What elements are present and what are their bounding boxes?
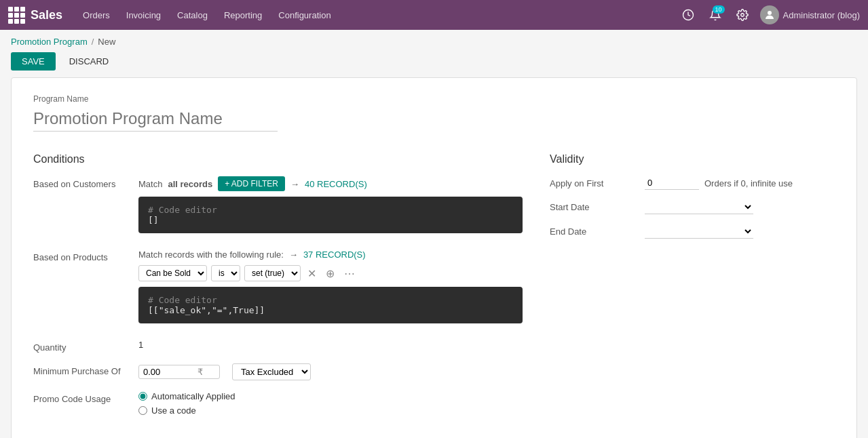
products-condition-content: Match records with the following rule: →… xyxy=(138,250,523,329)
filter-more-btn[interactable]: ⋯ xyxy=(341,266,358,281)
tax-select[interactable]: Tax Excluded Tax Included xyxy=(232,363,311,380)
code-editor-customers: # Code editor [] xyxy=(138,197,523,233)
match-prefix: Match xyxy=(138,179,162,189)
promo-auto-label: Automatically Applied xyxy=(151,391,235,401)
customers-condition-content: Match all records + ADD FILTER → 40 RECO… xyxy=(138,176,523,239)
start-date-select[interactable] xyxy=(645,199,753,214)
start-date-label: Start Date xyxy=(550,202,645,212)
breadcrumb-separator: / xyxy=(92,37,94,47)
settings-icon-btn[interactable] xyxy=(733,5,752,24)
program-name-label: Program Name xyxy=(33,94,835,104)
form-columns: Conditions Based on Customers Match all … xyxy=(33,153,835,426)
apply-first-input[interactable]: 0 xyxy=(645,176,699,190)
notification-icon-btn[interactable]: 10 xyxy=(706,5,725,24)
arrow-icon-customers: → xyxy=(290,179,299,189)
promo-code-radio[interactable] xyxy=(138,406,147,415)
end-date-row: End Date xyxy=(550,224,835,239)
match-rule-text: Match records with the following rule: xyxy=(138,250,284,260)
customers-condition-label: Based on Customers xyxy=(33,176,138,189)
purchase-input[interactable]: 0.00 xyxy=(143,367,197,377)
orders-suffix: Orders if 0, infinite use xyxy=(704,178,793,188)
all-records-text: all records xyxy=(168,179,212,189)
currency-symbol: ₹ xyxy=(197,367,203,377)
breadcrumb-parent[interactable]: Promotion Program xyxy=(11,37,88,47)
code-content-2: [["sale_ok","=",True]] xyxy=(148,305,513,315)
conditions-section: Conditions Based on Customers Match all … xyxy=(33,153,523,426)
records-count-customers[interactable]: 40 RECORD(S) xyxy=(305,179,367,189)
records-count-products[interactable]: 37 RECORD(S) xyxy=(303,250,366,260)
code-comment-1: # Code editor xyxy=(148,205,513,215)
nav-configuration[interactable]: Configuration xyxy=(271,6,337,24)
main-form: Program Name Conditions Based on Custome… xyxy=(11,77,857,438)
code-content-1: [] xyxy=(148,215,513,225)
filter-condition-row: Can be Sold is set (true) ✕ ⊕ ⋯ xyxy=(138,265,523,281)
filter-add-btn[interactable]: ⊕ xyxy=(323,266,337,281)
arrow-icon-products: → xyxy=(289,250,298,260)
nav-catalog[interactable]: Catalog xyxy=(170,6,214,24)
end-date-label: End Date xyxy=(550,226,645,237)
quantity-value: 1 xyxy=(138,340,143,350)
notification-badge: 10 xyxy=(713,5,725,14)
filter-field-select[interactable]: Can be Sold xyxy=(138,265,207,281)
discard-button[interactable]: DISCARD xyxy=(61,52,117,71)
promo-code-label: Promo Code Usage xyxy=(33,391,138,404)
products-condition-label: Based on Products xyxy=(33,250,138,262)
user-avatar xyxy=(760,5,779,24)
filter-val-select[interactable]: set (true) xyxy=(244,265,301,281)
svg-point-2 xyxy=(768,11,772,15)
nav-orders[interactable]: Orders xyxy=(76,6,117,24)
nav-reporting[interactable]: Reporting xyxy=(217,6,269,24)
products-condition-row: Based on Products Match records with the… xyxy=(33,250,523,329)
end-date-select[interactable] xyxy=(645,224,753,239)
quantity-label: Quantity xyxy=(33,340,138,353)
customers-filter-row: Match all records + ADD FILTER → 40 RECO… xyxy=(138,176,523,191)
breadcrumb-current: New xyxy=(98,37,115,47)
filter-delete-btn[interactable]: ✕ xyxy=(305,266,319,281)
app-brand[interactable]: Sales xyxy=(8,7,62,24)
min-purchase-label: Minimum Purchase Of xyxy=(33,363,138,376)
promo-auto-option[interactable]: Automatically Applied xyxy=(138,391,523,401)
apply-first-label: Apply on First xyxy=(550,178,645,188)
validity-title: Validity xyxy=(550,153,835,165)
user-label: Administrator (blog) xyxy=(783,10,860,20)
promo-auto-radio[interactable] xyxy=(138,392,147,401)
conditions-title: Conditions xyxy=(33,153,523,165)
navbar-right: 10 Administrator (blog) xyxy=(679,5,860,24)
start-date-row: Start Date xyxy=(550,199,835,214)
breadcrumb: Promotion Program / New xyxy=(0,30,868,49)
min-purchase-content: 0.00 ₹ Tax Excluded Tax Included xyxy=(138,363,523,380)
filter-op-select[interactable]: is xyxy=(211,265,240,281)
promo-code-option[interactable]: Use a code xyxy=(138,405,523,416)
save-button[interactable]: SAVE xyxy=(11,52,56,71)
app-name: Sales xyxy=(31,8,62,22)
code-editor-products: # Code editor [["sale_ok","=",True]] xyxy=(138,287,523,323)
min-purchase-row: Minimum Purchase Of 0.00 ₹ Tax Excluded … xyxy=(33,363,523,380)
promo-code-row: Promo Code Usage Automatically Applied U… xyxy=(33,391,523,416)
svg-point-1 xyxy=(740,14,744,17)
promo-code-content: Automatically Applied Use a code xyxy=(138,391,523,416)
action-bar: SAVE DISCARD xyxy=(0,49,868,77)
quantity-row: Quantity 1 xyxy=(33,340,523,353)
promo-code-label-text: Use a code xyxy=(151,405,196,416)
program-name-field: Program Name xyxy=(33,94,835,132)
clock-icon-btn[interactable] xyxy=(679,5,698,24)
validity-section: Validity Apply on First 0 Orders if 0, i… xyxy=(550,153,835,426)
products-filter-row: Match records with the following rule: →… xyxy=(138,250,523,260)
grid-icon xyxy=(8,7,25,24)
purchase-input-wrap: 0.00 ₹ xyxy=(138,365,220,379)
quantity-content: 1 xyxy=(138,340,523,350)
program-name-input[interactable] xyxy=(33,106,278,132)
main-nav: Orders Invoicing Catalog Reporting Confi… xyxy=(76,6,679,24)
promo-radio-group: Automatically Applied Use a code xyxy=(138,391,523,416)
code-comment-2: # Code editor xyxy=(148,295,513,305)
apply-first-row: Apply on First 0 Orders if 0, infinite u… xyxy=(550,176,835,190)
customers-condition-row: Based on Customers Match all records + A… xyxy=(33,176,523,239)
nav-invoicing[interactable]: Invoicing xyxy=(119,6,168,24)
navbar: Sales Orders Invoicing Catalog Reporting… xyxy=(0,0,868,30)
user-menu[interactable]: Administrator (blog) xyxy=(760,5,860,24)
add-filter-button-customers[interactable]: + ADD FILTER xyxy=(218,176,285,191)
